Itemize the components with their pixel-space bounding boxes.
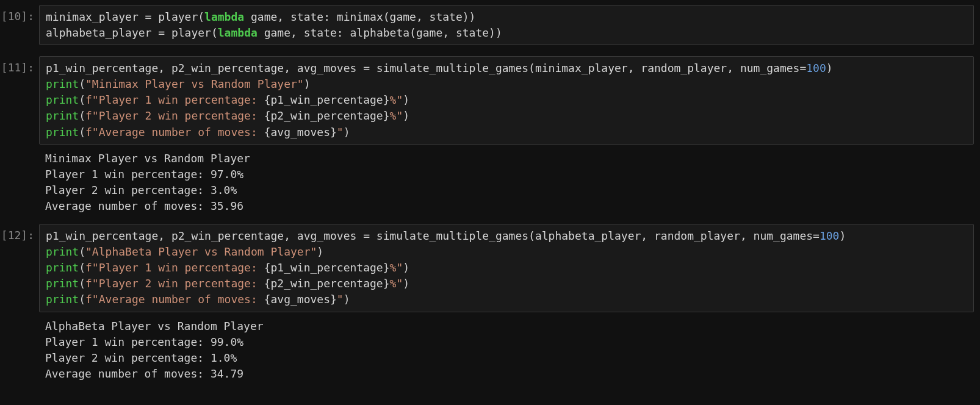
output-line: Player 2 win percentage: 3.0% [45,182,968,198]
code-line: print(f"Player 2 win percentage: {p2_win… [46,108,967,124]
code-token: print [46,126,79,138]
code-token: f"Player 1 win percentage: [85,261,264,274]
code-token: ) [826,62,833,74]
code-line: print(f"Average number of moves: {avg_mo… [46,124,967,140]
output-line: Player 1 win percentage: 99.0% [45,334,968,350]
code-line: p1_win_percentage, p2_win_percentage, av… [46,60,967,76]
code-token: ) [403,277,409,290]
code-token: ) [403,109,409,122]
code-token: {p2_win_percentage} [264,109,390,122]
code-token: 100 [806,62,826,74]
code-token: print [46,245,79,258]
code-token: " [337,126,344,138]
code-token: %" [390,93,403,106]
code-token: print [46,109,79,122]
code-token: lambda [204,10,244,23]
code-token: = [158,26,165,39]
code-token: alphabeta_player [46,26,158,39]
code-line: print(f"Player 2 win percentage: {p2_win… [46,276,967,292]
output-line: Player 1 win percentage: 97.0% [45,167,968,182]
code-token: p1_win_percentage, p2_win_percentage, av… [46,62,363,74]
cell-output-row: AlphaBeta Player vs Random PlayerPlayer … [0,315,980,383]
code-token: simulate_multiple_games(alphabeta_player… [370,229,813,242]
code-token: %" [390,277,403,290]
code-token: f"Player 2 win percentage: [85,277,264,290]
cell-code-input[interactable]: p1_win_percentage, p2_win_percentage, av… [39,56,974,144]
code-line: print(f"Average number of moves: {avg_mo… [46,292,967,307]
code-token: ) [317,245,323,258]
code-token: {p2_win_percentage} [264,277,390,290]
notebook-cell: [10]:minimax_player = player(lambda game… [0,5,980,45]
code-token: simulate_multiple_games(minimax_player, … [370,62,799,74]
code-token: ( [79,126,85,138]
code-token: %" [390,261,403,274]
code-token: f"Average number of moves: [85,293,264,306]
notebook-container: [10]:minimax_player = player(lambda game… [0,5,980,383]
code-token: lambda [218,26,258,39]
code-token: ) [403,261,409,274]
code-token: {avg_moves} [264,293,337,306]
code-token: player( [165,26,218,39]
output-line: Average number of moves: 35.96 [45,198,968,214]
code-line: minimax_player = player(lambda game, sta… [46,9,967,25]
code-token: ( [79,261,85,274]
code-line: p1_win_percentage, p2_win_percentage, av… [46,228,967,244]
code-token: ( [79,77,85,90]
code-token: f"Player 1 win percentage: [85,93,264,106]
cell-prompt: [10]: [0,5,39,24]
output-line: Average number of moves: 34.79 [45,366,968,382]
notebook-cell: [12]:p1_win_percentage, p2_win_percentag… [0,224,980,312]
code-token: game, state: minimax(game, state)) [244,10,475,23]
code-token: game, state: alphabeta(game, state)) [258,26,502,39]
cell-output: Minimax Player vs Random PlayerPlayer 1 … [39,147,974,215]
code-token: ) [304,77,311,90]
code-token: print [46,277,79,290]
output-line: Player 2 win percentage: 1.0% [45,350,968,366]
code-token: player( [151,10,204,23]
cell-prompt: [12]: [0,224,39,243]
code-token: ) [344,293,350,306]
code-line: print(f"Player 1 win percentage: {p1_win… [46,260,967,276]
code-token: ) [344,126,350,138]
code-token: f"Average number of moves: [85,126,264,138]
cell-output-row: Minimax Player vs Random PlayerPlayer 1 … [0,147,980,215]
code-token: print [46,93,79,106]
code-token: ( [79,293,85,306]
code-token: print [46,261,79,274]
code-token: = [813,229,820,242]
code-token: ) [839,229,846,242]
code-token: {avg_moves} [264,126,337,138]
cell-output: AlphaBeta Player vs Random PlayerPlayer … [39,315,974,383]
cell-code-input[interactable]: p1_win_percentage, p2_win_percentage, av… [39,224,974,312]
cell-code-input[interactable]: minimax_player = player(lambda game, sta… [39,5,974,45]
code-token: ( [79,93,85,106]
code-token: ) [403,93,409,106]
code-token: p1_win_percentage, p2_win_percentage, av… [46,229,363,242]
notebook-cell: [11]:p1_win_percentage, p2_win_percentag… [0,56,980,144]
code-token: " [337,293,344,306]
output-line: AlphaBeta Player vs Random Player [45,318,968,334]
code-token: 100 [820,229,840,242]
code-token: ( [79,245,85,258]
code-line: print(f"Player 1 win percentage: {p1_win… [46,92,967,108]
code-token: f"Player 2 win percentage: [85,109,264,122]
cell-prompt: [11]: [0,56,39,76]
code-token: minimax_player [46,10,145,23]
code-line: print("AlphaBeta Player vs Random Player… [46,244,967,260]
code-token: {p1_win_percentage} [264,261,390,274]
code-line: alphabeta_player = player(lambda game, s… [46,25,967,41]
code-token: %" [390,109,403,122]
code-token: = [363,229,370,242]
code-token: "Minimax Player vs Random Player" [85,77,304,90]
code-token: "AlphaBeta Player vs Random Player" [85,245,317,258]
code-token: = [363,62,370,74]
code-line: print("Minimax Player vs Random Player") [46,76,967,92]
code-token: ( [79,109,85,122]
output-line: Minimax Player vs Random Player [45,151,968,167]
code-token: print [46,77,79,90]
code-token: = [799,62,806,74]
code-token: {p1_win_percentage} [264,93,390,106]
code-token: ( [79,277,85,290]
code-token: print [46,293,79,306]
code-token: = [145,10,152,23]
